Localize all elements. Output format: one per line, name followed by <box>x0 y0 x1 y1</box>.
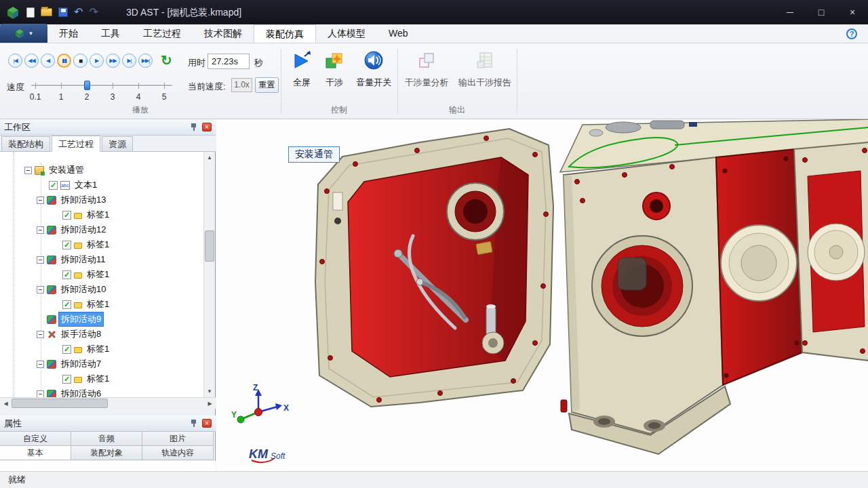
scroll-right-icon[interactable]: ▶ <box>204 398 216 409</box>
tag-icon <box>74 213 82 219</box>
tab-process-tree[interactable]: 工艺过程 <box>52 136 100 152</box>
tree-item-label: 标签1 <box>85 208 111 222</box>
tree-item[interactable]: 拆卸活动7 <box>0 357 204 371</box>
speed-label: 速度 <box>7 81 24 94</box>
checkbox-checked[interactable] <box>62 270 71 279</box>
interference-analysis-button[interactable]: 干涉量分析 <box>401 49 452 99</box>
tree-item[interactable]: 标签1 <box>0 207 204 222</box>
3d-model-canvas[interactable]: Z X Y KM Soft <box>216 119 868 471</box>
fullscreen-button[interactable]: 全屏 <box>286 49 317 99</box>
tab-tools[interactable]: 工具 <box>90 24 132 43</box>
undo-icon[interactable]: ↶ <box>74 7 83 18</box>
tree-item[interactable]: 标签1 <box>0 342 204 357</box>
step-back-button[interactable]: ◀ <box>41 54 55 68</box>
tree-item[interactable]: 标签1 <box>0 371 204 386</box>
workspace-close-icon[interactable] <box>202 123 212 131</box>
tree-item[interactable]: 拆卸活动11 <box>0 252 204 267</box>
tree-item[interactable]: 安装通管 <box>0 163 204 178</box>
collapse-toggle[interactable] <box>37 226 44 234</box>
elapsed-time-field[interactable]: 27.23s <box>208 54 250 69</box>
checkbox-checked[interactable] <box>62 375 71 384</box>
properties-close-icon[interactable] <box>202 419 212 428</box>
tab-assembly-simulation[interactable]: 装配仿真 <box>254 24 316 43</box>
tab-custom[interactable]: 自定义 <box>0 431 71 446</box>
tree-item[interactable]: 标签1 <box>0 237 204 252</box>
tree-item-selected[interactable]: 拆卸活动9 <box>0 312 204 327</box>
collapse-toggle[interactable] <box>37 331 44 338</box>
redo-icon[interactable]: ↷ <box>89 7 98 18</box>
help-icon[interactable]: ? <box>846 28 857 39</box>
tree-item[interactable]: 拆卸活动13 <box>0 192 204 207</box>
tab-process[interactable]: 工艺过程 <box>132 24 193 43</box>
tree-item[interactable]: 标签1 <box>0 297 204 312</box>
reset-speed-button[interactable]: 重置 <box>255 77 279 93</box>
interference-button[interactable]: 干涉 <box>319 49 350 99</box>
tab-human-model[interactable]: 人体模型 <box>316 24 377 43</box>
slider-track[interactable] <box>31 85 172 87</box>
checkbox-checked[interactable] <box>49 181 58 190</box>
output-interference-report-button[interactable]: 输出干涉报告 <box>454 49 515 99</box>
tree-item-label: 拆卸活动11 <box>59 253 108 266</box>
collapse-toggle[interactable] <box>24 167 32 174</box>
tree-item[interactable]: 扳手活动8 <box>0 327 204 342</box>
tab-web[interactable]: Web <box>377 24 420 43</box>
maximize-button[interactable]: □ <box>806 0 837 24</box>
tree-item[interactable]: 拆卸活动6 <box>0 386 204 397</box>
step-forward-button[interactable]: ▶| <box>122 54 136 68</box>
tab-start[interactable]: 开始 <box>47 24 90 43</box>
close-button[interactable]: × <box>837 0 868 24</box>
file-menu-button[interactable]: ▼ <box>0 24 47 43</box>
tab-audio[interactable]: 音频 <box>71 431 142 446</box>
stop-button[interactable]: ■ <box>73 54 87 68</box>
speed-slider[interactable] <box>30 80 174 91</box>
pin-icon[interactable] <box>191 420 197 428</box>
tree-item[interactable]: 拆卸活动10 <box>0 282 204 297</box>
axis-y-label: Y <box>231 410 237 420</box>
tree-item[interactable]: 拆卸活动12 <box>0 222 204 237</box>
tree-vertical-scrollbar[interactable]: ▲ ▼ <box>203 152 215 397</box>
tick-label: 4 <box>131 92 146 102</box>
checkbox-checked[interactable] <box>62 241 71 249</box>
scroll-down-icon[interactable]: ▼ <box>204 386 215 397</box>
collapse-toggle[interactable] <box>37 286 44 293</box>
tab-picture[interactable]: 图片 <box>142 431 214 446</box>
checkbox-checked[interactable] <box>62 211 71 220</box>
tab-trajectory-content[interactable]: 轨迹内容 <box>142 445 214 460</box>
save-icon[interactable] <box>58 7 68 17</box>
tree-horizontal-scrollbar[interactable]: ◀ ▶ <box>0 397 216 409</box>
scroll-up-icon[interactable]: ▲ <box>204 152 215 163</box>
tab-basic[interactable]: 基本 <box>0 445 71 460</box>
slider-thumb[interactable] <box>84 81 90 90</box>
tab-assembly-structure[interactable]: 装配结构 <box>1 136 50 151</box>
scroll-left-icon[interactable]: ◀ <box>0 398 12 409</box>
tree-item[interactable]: 标签1 <box>0 267 204 282</box>
collapse-toggle[interactable] <box>37 256 44 264</box>
collapse-toggle[interactable] <box>37 197 44 204</box>
viewport-3d[interactable]: Z X Y KM Soft 安装通管 <box>216 119 868 471</box>
play-button[interactable]: ▶ <box>90 54 104 68</box>
speed-tick-labels: 0.1 1 2 3 4 5 <box>30 92 174 102</box>
checkbox-checked[interactable] <box>62 300 71 309</box>
scrollbar-thumb[interactable] <box>12 399 108 408</box>
new-document-icon[interactable] <box>26 7 35 18</box>
playback-controls: |◀ ◀◀ ◀ ▮▮ ■ ▶ ▶▶ ▶| ▶▶| ↻ <box>8 54 172 68</box>
tree-item[interactable]: 文本1 <box>0 178 204 192</box>
skip-start-button[interactable]: |◀ <box>8 54 22 68</box>
tab-technical-illustration[interactable]: 技术图解 <box>193 24 254 43</box>
volume-toggle-button[interactable]: 音量开关 <box>351 49 396 99</box>
skip-end-button[interactable]: ▶▶| <box>138 54 153 68</box>
scrollbar-thumb[interactable] <box>205 230 214 262</box>
tab-resources[interactable]: 资源 <box>102 136 133 151</box>
collapse-toggle[interactable] <box>37 390 44 398</box>
minimize-button[interactable]: ─ <box>774 0 806 24</box>
rewind-button[interactable]: ◀◀ <box>24 54 39 68</box>
pause-button[interactable]: ▮▮ <box>57 54 71 68</box>
group-label-playback: 播放 <box>0 104 281 116</box>
replay-loop-button[interactable]: ↻ <box>161 54 172 68</box>
checkbox-checked[interactable] <box>62 345 71 354</box>
fast-forward-button[interactable]: ▶▶ <box>106 54 120 68</box>
collapse-toggle[interactable] <box>37 361 44 368</box>
pin-icon[interactable] <box>191 123 197 131</box>
open-file-icon[interactable] <box>41 8 52 16</box>
tab-assembly-object[interactable]: 装配对象 <box>71 445 142 460</box>
